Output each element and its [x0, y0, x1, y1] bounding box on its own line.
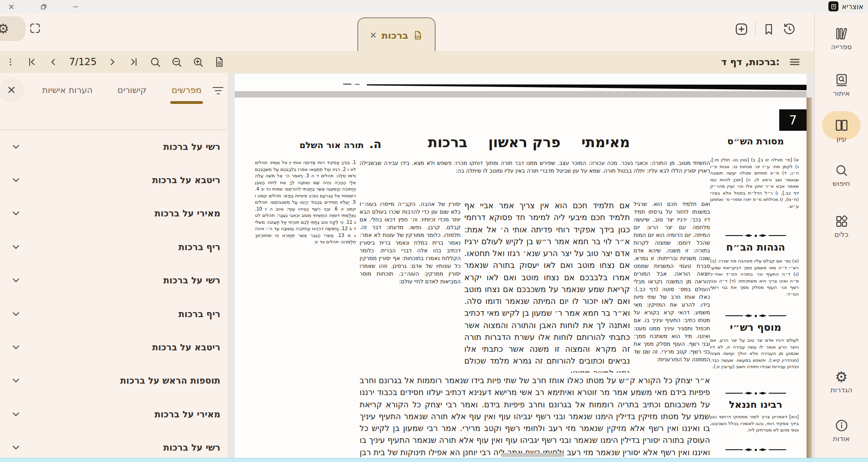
previous-page-button[interactable]	[45, 53, 62, 71]
book-search-icon	[834, 73, 849, 87]
chevron-down-icon[interactable]	[11, 275, 21, 285]
chevron-down-icon[interactable]	[11, 175, 21, 185]
open-book-icon	[834, 118, 849, 133]
page-gap-shadow	[235, 91, 807, 98]
outline-menu-button[interactable]	[788, 55, 802, 69]
new-tab-button[interactable]	[734, 21, 749, 37]
list-item[interactable]: ריטבא על ברכות	[0, 163, 228, 196]
scroll-indicator[interactable]	[501, 453, 564, 457]
list-item[interactable]: רשי על ברכות	[0, 264, 228, 297]
chevron-down-icon[interactable]	[11, 242, 21, 252]
tab-links[interactable]: קישורים	[117, 85, 147, 95]
window-minimize-button[interactable]	[71, 3, 80, 11]
talmud-page[interactable]: 7 מאימתי פרק ראשון ברכות ה. תורה אור השל…	[235, 98, 807, 458]
search-icon	[149, 56, 162, 68]
page-headline: מאימתי פרק ראשון ברכות	[428, 134, 630, 150]
last-page-button[interactable]	[125, 53, 142, 71]
toolbar-navigation: 7/125	[2, 51, 228, 73]
chevron-down-icon[interactable]	[11, 409, 21, 419]
chevron-down-icon[interactable]	[11, 342, 21, 352]
tab-commentaries[interactable]: מפרשים	[172, 85, 202, 95]
list-item[interactable]: ריף ברכות	[0, 297, 228, 330]
list-item[interactable]: רשי על ברכות	[0, 130, 228, 163]
sidebar-item-library[interactable]: ספרייה	[815, 26, 868, 51]
app-window: { "app": { "title": "אוצריא" }, "tab": {…	[0, 0, 868, 462]
history-clock-icon	[782, 22, 797, 36]
overflow-menu-button[interactable]	[2, 53, 19, 71]
page-number-badge: 7	[779, 109, 807, 131]
app-logo-book-icon	[828, 1, 838, 11]
history-button[interactable]	[782, 22, 797, 36]
header-actions	[734, 19, 797, 39]
next-page-button[interactable]	[104, 53, 121, 71]
chevron-down-icon[interactable]	[11, 375, 21, 385]
rabbeinu-chananel-title: רבינו חננאל	[712, 399, 799, 410]
first-page-button[interactable]	[23, 53, 41, 71]
restore-icon	[40, 3, 47, 10]
last-page-icon	[128, 56, 140, 68]
navigation-sidebar: ספרייה איתור עיון חיפוש כלים ⚙ הגדרות או…	[814, 14, 868, 462]
zoom-out-button[interactable]	[168, 53, 185, 71]
search-in-document-button[interactable]	[147, 53, 164, 71]
sidebar-item-study[interactable]: עיון	[815, 118, 868, 143]
rashi-top-text: החשיתי מטוב. מן התורה: וכאבי נעכר. מכה ע…	[360, 159, 710, 198]
sidebar-item-locate[interactable]: איתור	[815, 73, 868, 98]
sidebar-item-tools[interactable]: כלים	[815, 214, 868, 239]
tab-personal-notes[interactable]: הערות אישיות	[42, 85, 92, 95]
chevron-down-icon[interactable]	[11, 142, 21, 152]
list-item[interactable]: תוספות הראש על ברכות	[0, 364, 228, 397]
chevron-right-icon	[107, 56, 118, 68]
active-tab-underline	[170, 101, 203, 104]
zoom-in-button[interactable]	[189, 53, 207, 71]
sidebar-item-settings[interactable]: ⚙ הגדרות	[815, 370, 868, 394]
window-restore-button[interactable]	[40, 3, 48, 11]
sidebar-label-settings: הגדרות	[830, 386, 852, 394]
quick-settings-pill[interactable]: ⚙	[0, 16, 25, 41]
chevron-left-icon	[47, 56, 59, 68]
filter-button[interactable]	[211, 85, 225, 97]
info-icon	[834, 418, 849, 433]
chevron-down-icon[interactable]	[11, 208, 21, 218]
panel-header: מפרשים קישורים הערות אישיות ✕	[0, 73, 228, 130]
document-viewport[interactable]: 7 מאימתי פרק ראשון ברכות ה. תורה אור השל…	[228, 73, 814, 458]
sidebar-label-about: אודות	[833, 435, 850, 443]
library-books-icon	[834, 26, 849, 41]
window-close-button[interactable]	[7, 3, 15, 11]
gemara-bottom-block: א״ר יצחק כל הקורא ק״ש על מטתו כאלו אוחז …	[360, 375, 710, 457]
list-item[interactable]: ריטבא על ברכות	[0, 330, 228, 364]
search-icon	[834, 163, 849, 178]
zoom-in-icon	[192, 56, 204, 68]
torah-or-text: 1. בְּיָדְךָ אַפְקִיד רוּחִי פָּדִיתָה א…	[255, 159, 356, 456]
sidebar-item-about[interactable]: אודות	[815, 418, 868, 443]
gear-icon: ⚙	[0, 22, 9, 36]
fullscreen-icon	[29, 22, 41, 35]
commentaries-panel: מפרשים קישורים הערות אישיות ✕ רשי על ברכ…	[0, 73, 228, 458]
chevron-down-icon[interactable]	[11, 442, 21, 452]
rashi-left-column: יסורין של אהבה. הקב״ה מייסרו בעוה״ז בלא …	[360, 200, 461, 372]
fullscreen-button[interactable]	[28, 21, 42, 35]
rashi-right-column: ואם תלמיד חכם הוא. שרגיל במשנתו לחזור על…	[634, 200, 710, 372]
sidebar-item-search[interactable]: חיפוש	[815, 163, 868, 188]
page-view-button[interactable]	[211, 53, 228, 71]
section-divider-ornament	[712, 448, 799, 451]
hagahot-habach-title: הגהות הב״ח	[712, 241, 799, 253]
page-indicator[interactable]: 7/125	[66, 56, 100, 67]
section-divider-ornament	[712, 392, 799, 395]
app-identity: אוצריא	[828, 1, 863, 11]
chevron-down-icon[interactable]	[11, 309, 21, 319]
tab-close-icon[interactable]: ✕	[370, 31, 377, 40]
sidebar-label-locate: איתור	[833, 89, 850, 98]
section-divider-ornament	[712, 234, 799, 237]
list-item[interactable]: מאירי על ברכות	[0, 397, 228, 431]
pdf-file-icon: PDF	[413, 30, 423, 41]
tab-berakhot[interactable]: PDF ברכות ✕	[357, 17, 436, 52]
bottom-accent-strip	[0, 458, 868, 462]
masoret-hashas-title: מסורת הש״ס	[712, 136, 799, 147]
list-item[interactable]: רשי על ברכות	[0, 431, 228, 462]
panel-close-button[interactable]: ✕	[0, 77, 24, 103]
headline-masechet: ברכות	[428, 134, 467, 150]
bookmarks-button[interactable]	[761, 22, 776, 36]
tab-label: ברכות	[381, 30, 408, 41]
list-item[interactable]: ריף ברכות	[0, 230, 228, 263]
list-item[interactable]: מאירי על ברכות	[0, 197, 228, 230]
